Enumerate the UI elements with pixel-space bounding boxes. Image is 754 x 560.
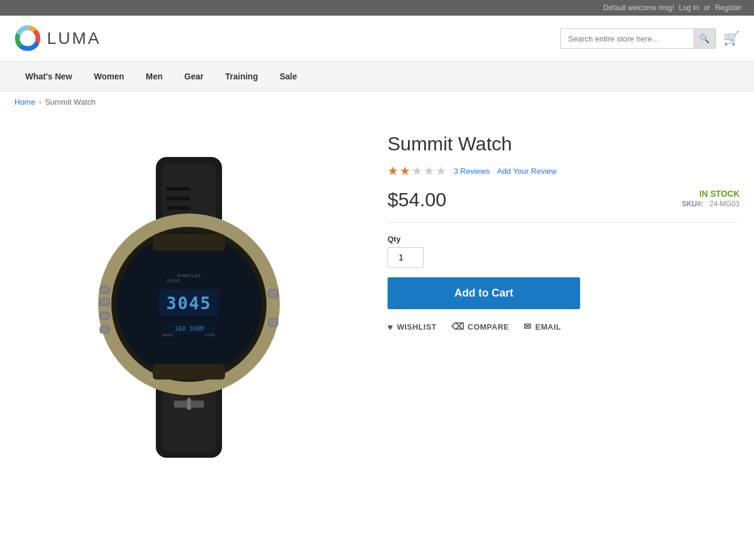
svg-rect-21 [100, 312, 110, 319]
svg-text:3045: 3045 [166, 294, 211, 313]
qty-label: Qty [388, 235, 740, 244]
header: LUMA 🔍 🛒 [0, 16, 754, 62]
star-5: ★ [436, 164, 447, 178]
svg-rect-20 [100, 298, 110, 306]
nav-item-gear[interactable]: Gear [173, 62, 214, 91]
logo-icon [14, 25, 41, 52]
stock-info: IN STOCK SKU#: 24-MG03 [682, 189, 740, 208]
price-row: $54.00 IN STOCK SKU#: 24-MG03 [388, 189, 740, 223]
product-title: Summit Watch [388, 133, 740, 155]
nav-item-women[interactable]: Women [83, 62, 135, 91]
product-page: 3045 160 100M LIGHT STARTLER MODE STOP [0, 112, 754, 502]
svg-text:STOP: STOP [205, 333, 215, 337]
qty-input[interactable] [388, 247, 424, 268]
login-link[interactable]: Log In [679, 4, 699, 12]
reviews-link[interactable]: 3 Reviews [454, 167, 490, 176]
compare-icon: ⌫ [451, 321, 465, 332]
or-text: or [704, 4, 711, 12]
nav-item-men[interactable]: Men [135, 62, 173, 91]
star-1: ★ [388, 164, 398, 178]
product-details: Summit Watch ★ ★ ★ ★ ★ 3 Reviews Add You… [388, 127, 740, 488]
email-label: EMAIL [536, 322, 561, 331]
watch-svg: 3045 160 100M LIGHT STARTLER MODE STOP [69, 151, 309, 464]
rating-row: ★ ★ ★ ★ ★ 3 Reviews Add Your Review [388, 164, 740, 178]
header-right: 🔍 🛒 [560, 28, 740, 49]
wishlist-link[interactable]: ♥ WISHLIST [388, 322, 437, 332]
search-box[interactable]: 🔍 [560, 28, 716, 49]
star-2: ★ [400, 164, 410, 178]
nav-item-training[interactable]: Training [214, 62, 268, 91]
breadcrumb: Home › Summit Watch [0, 91, 754, 112]
main-nav: What's New Women Men Gear Training Sale [0, 62, 754, 91]
svg-rect-24 [268, 318, 278, 327]
product-image-area: 3045 160 100M LIGHT STARTLER MODE STOP [14, 127, 363, 488]
star-4: ★ [424, 164, 434, 178]
search-input[interactable] [561, 29, 693, 48]
svg-text:LIGHT: LIGHT [167, 278, 181, 283]
welcome-msg: Default welcome msg! [603, 4, 674, 12]
cart-icon-button[interactable]: 🛒 [723, 31, 740, 46]
svg-rect-19 [100, 286, 110, 294]
sku-value: 24-MG03 [709, 200, 740, 208]
nav-item-sale[interactable]: Sale [269, 62, 308, 91]
sku-label: SKU#: [682, 200, 703, 208]
compare-link[interactable]: ⌫ COMPARE [451, 321, 509, 332]
register-link[interactable]: Register [715, 4, 742, 12]
product-image: 3045 160 100M LIGHT STARTLER MODE STOP [32, 133, 345, 482]
search-button[interactable]: 🔍 [693, 29, 715, 48]
email-link[interactable]: ✉ EMAIL [524, 321, 561, 332]
nav-item-whats-new[interactable]: What's New [14, 62, 83, 91]
logo-text: LUMA [47, 29, 101, 48]
svg-text:STARTLER: STARTLER [177, 274, 201, 278]
breadcrumb-separator: › [39, 98, 42, 106]
email-icon: ✉ [524, 321, 532, 332]
sku-row: SKU#: 24-MG03 [682, 200, 740, 208]
add-to-cart-button[interactable]: Add to Cart [388, 277, 580, 309]
svg-rect-23 [268, 289, 278, 298]
compare-label: COMPARE [468, 322, 509, 331]
add-review-link[interactable]: Add Your Review [497, 167, 557, 176]
breadcrumb-home[interactable]: Home [14, 97, 36, 106]
action-links: ♥ WISHLIST ⌫ COMPARE ✉ EMAIL [388, 321, 740, 332]
svg-rect-3 [166, 187, 190, 191]
svg-rect-30 [153, 364, 225, 380]
star-rating: ★ ★ ★ ★ ★ [388, 164, 447, 178]
svg-text:MODE: MODE [162, 333, 173, 337]
svg-rect-4 [166, 197, 190, 200]
in-stock-label: IN STOCK [682, 189, 740, 198]
heart-icon: ♥ [388, 322, 393, 332]
star-3: ★ [412, 164, 422, 178]
product-price: $54.00 [388, 189, 447, 211]
breadcrumb-current: Summit Watch [45, 97, 96, 106]
svg-text:160 100M: 160 100M [175, 325, 203, 332]
svg-rect-5 [166, 206, 190, 210]
logo[interactable]: LUMA [14, 25, 101, 52]
qty-section: Qty [388, 235, 740, 268]
wishlist-label: WISHLIST [397, 322, 436, 331]
svg-rect-29 [153, 234, 225, 251]
top-bar: Default welcome msg! Log In or Register [0, 0, 754, 16]
svg-rect-22 [100, 326, 110, 333]
